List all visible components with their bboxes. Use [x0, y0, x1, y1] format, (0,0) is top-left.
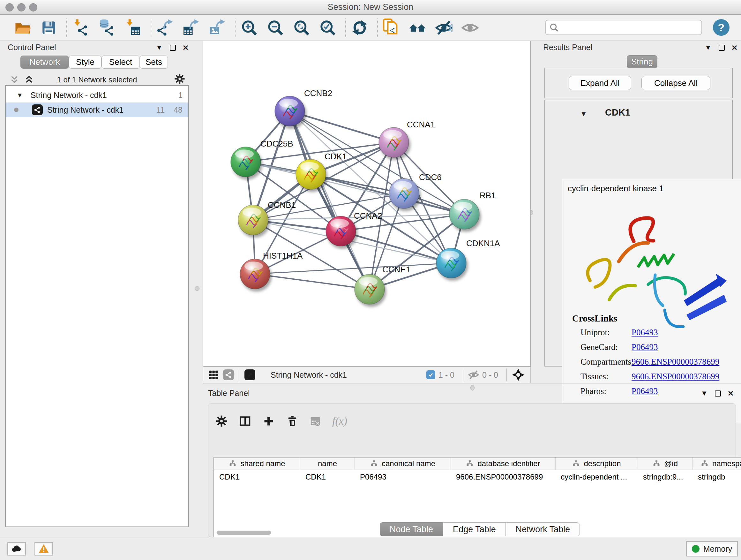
- cell-shared-name[interactable]: CDK1: [214, 473, 300, 482]
- section-collapse-icon[interactable]: ▼: [580, 110, 587, 118]
- network-edge[interactable]: [290, 111, 394, 142]
- show-all-button[interactable]: [461, 18, 479, 38]
- tab-sets[interactable]: Sets: [140, 56, 168, 69]
- import-table-button[interactable]: [124, 18, 142, 38]
- crosslink-label: Compartments:: [581, 357, 633, 367]
- tab-network-table[interactable]: Network Table: [506, 522, 580, 537]
- panel-float-icon[interactable]: [715, 390, 721, 396]
- column-header-canonical-name[interactable]: canonical name: [355, 457, 451, 470]
- crosslink-compartments-link[interactable]: 9606.ENSP00000378699: [631, 357, 719, 367]
- toolbar-separator: [507, 368, 507, 381]
- crosslink-uniprot-link[interactable]: P06493: [631, 327, 658, 337]
- new-network-from-selection-button[interactable]: [382, 18, 401, 38]
- zoom-in-button[interactable]: [240, 18, 259, 38]
- network-options-gear-icon[interactable]: [174, 73, 185, 84]
- cell-description[interactable]: cyclin-dependent ...: [556, 473, 638, 482]
- tab-select[interactable]: Select: [102, 56, 140, 69]
- column-header-database-identifier[interactable]: database identifier: [451, 457, 556, 470]
- zoom-fit-content-button[interactable]: [292, 18, 311, 38]
- import-network-button[interactable]: [71, 18, 90, 38]
- table-options-gear-icon[interactable]: [215, 415, 227, 427]
- open-in-new-window-icon[interactable]: [245, 369, 255, 380]
- panel-close-icon[interactable]: ×: [183, 44, 189, 51]
- cell-name[interactable]: CDK1: [300, 473, 355, 482]
- cloud-status-button[interactable]: [7, 542, 26, 556]
- node-gloss-highlight: [454, 202, 472, 211]
- cell-database-identifier[interactable]: 9606.ENSP00000378699: [451, 473, 556, 482]
- minimize-window-icon[interactable]: [17, 3, 25, 11]
- maximize-window-icon[interactable]: [29, 3, 37, 11]
- cell-canonical-name[interactable]: P06493: [355, 473, 451, 482]
- tab-node-table[interactable]: Node Table: [380, 522, 443, 537]
- panel-float-icon[interactable]: [719, 45, 725, 51]
- column-header-id[interactable]: @id: [638, 457, 693, 470]
- tree-expander-icon[interactable]: ▼: [17, 91, 23, 99]
- protein-description: cyclin-dependent kinase 1: [568, 184, 664, 193]
- panel-menu-icon[interactable]: ▼: [701, 389, 708, 397]
- table-row[interactable]: CDK1 CDK1 P06493 9606.ENSP00000378699 cy…: [214, 470, 741, 484]
- search-input[interactable]: [558, 23, 692, 33]
- hide-selected-button[interactable]: [434, 18, 453, 38]
- open-session-button[interactable]: [13, 18, 32, 38]
- crosslink-genecard-link[interactable]: P06493: [631, 342, 658, 352]
- horizontal-scrollbar-thumb[interactable]: [217, 531, 271, 535]
- network-node-label: HIST1H1A: [263, 251, 303, 260]
- node-gloss-highlight: [383, 130, 402, 139]
- panel-float-icon[interactable]: [170, 45, 176, 51]
- network-collection-row[interactable]: ▼ String Network - cdk1 1: [6, 88, 188, 103]
- node-gloss-highlight: [330, 219, 349, 228]
- export-table-button[interactable]: [182, 18, 200, 38]
- column-header-description[interactable]: description: [556, 457, 638, 470]
- panel-menu-icon[interactable]: ▼: [704, 44, 712, 52]
- crosslink-tissues-link[interactable]: 9606.ENSP00000378699: [631, 372, 719, 381]
- left-splitter-handle[interactable]: [195, 286, 199, 291]
- network-edge[interactable]: [255, 274, 369, 289]
- help-button[interactable]: ?: [713, 19, 730, 36]
- network-edge[interactable]: [290, 111, 369, 289]
- status-bar: Memory: [0, 538, 741, 560]
- hidden-eye-slash-icon[interactable]: [468, 369, 479, 380]
- export-network-button[interactable]: [156, 18, 174, 38]
- create-column-plus-icon[interactable]: [263, 415, 275, 427]
- network-canvas[interactable]: CCNB2CCNA1CDC25BCDK1CDC6RB1CCNB1CCNA2CDK…: [203, 41, 530, 366]
- crosslink-label: GeneCard:: [581, 342, 618, 352]
- panel-close-icon[interactable]: ×: [728, 390, 734, 396]
- zoom-selected-button[interactable]: [319, 18, 337, 38]
- first-neighbors-button[interactable]: [408, 18, 427, 38]
- refresh-view-button[interactable]: [350, 18, 369, 38]
- results-buttons-box: Expand All Collapse All: [544, 68, 733, 98]
- tab-style[interactable]: Style: [69, 56, 102, 69]
- zoom-out-button[interactable]: [266, 18, 285, 38]
- tab-network[interactable]: Network: [20, 56, 69, 69]
- delete-column-trash-icon[interactable]: [286, 415, 298, 427]
- column-header-namespace[interactable]: namespace: [693, 457, 741, 470]
- selected-counts: 1 - 0: [439, 370, 455, 380]
- import-network-from-database-button[interactable]: [98, 18, 116, 38]
- tab-edge-table[interactable]: Edge Table: [443, 522, 506, 537]
- network-type-icon[interactable]: [223, 369, 234, 380]
- memory-button[interactable]: Memory: [686, 541, 738, 557]
- table-panel: Table Panel ▼ × f(x) shared name name ca…: [203, 383, 741, 538]
- panel-close-icon[interactable]: ×: [732, 44, 738, 51]
- cell-namespace[interactable]: stringdb: [693, 473, 741, 482]
- grid-view-icon[interactable]: [208, 370, 219, 380]
- node-gloss-highlight: [243, 207, 261, 216]
- birdseye-navigator-icon[interactable]: [512, 368, 525, 381]
- cell-id[interactable]: stringdb:9...: [638, 473, 693, 482]
- toolbar-search: [545, 20, 702, 35]
- column-header-name[interactable]: name: [300, 457, 355, 470]
- close-window-icon[interactable]: [5, 3, 14, 11]
- warnings-button[interactable]: [35, 542, 53, 556]
- column-header-shared-name[interactable]: shared name: [214, 457, 300, 470]
- network-row-selected[interactable]: String Network - cdk1 11 48: [6, 103, 188, 117]
- collapse-all-button[interactable]: Collapse All: [642, 76, 711, 90]
- selected-checkbox-icon[interactable]: [426, 370, 435, 379]
- panel-menu-icon[interactable]: ▼: [156, 44, 163, 52]
- expand-all-button[interactable]: Expand All: [569, 76, 631, 90]
- show-columns-icon[interactable]: [239, 415, 251, 427]
- export-image-button[interactable]: [208, 18, 226, 38]
- save-session-button[interactable]: [40, 18, 58, 38]
- network-list: ▼ String Network - cdk1 1 String Network…: [5, 85, 189, 527]
- network-row-label: String Network - cdk1: [47, 105, 124, 115]
- tab-string[interactable]: String: [627, 55, 657, 68]
